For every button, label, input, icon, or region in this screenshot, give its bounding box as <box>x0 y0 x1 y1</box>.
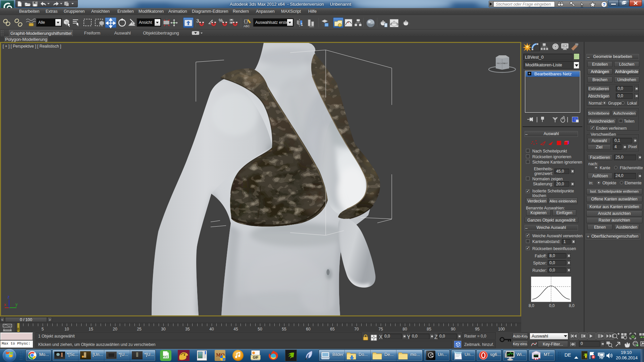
svg-text:60: 60 <box>306 327 311 331</box>
svg-text:50: 50 <box>258 327 262 331</box>
svg-text:0: 0 <box>17 327 19 331</box>
svg-text:1: 1 <box>301 22 303 27</box>
svg-text:30: 30 <box>161 327 166 331</box>
svg-text:5: 5 <box>42 327 44 331</box>
svg-text:80: 80 <box>402 327 407 331</box>
svg-text:x: x <box>4 302 6 307</box>
svg-text:20: 20 <box>113 327 117 331</box>
svg-text:70: 70 <box>354 327 359 331</box>
svg-text:ABC: ABC <box>244 24 250 28</box>
svg-text:?: ? <box>603 2 605 7</box>
svg-text:35: 35 <box>185 327 190 331</box>
svg-text:75: 75 <box>378 327 383 331</box>
svg-text:10: 10 <box>64 327 69 331</box>
svg-text:y: y <box>15 302 18 307</box>
svg-text:55: 55 <box>282 327 286 331</box>
svg-text:z: z <box>7 294 10 299</box>
svg-text:25: 25 <box>137 327 142 331</box>
svg-text:15: 15 <box>89 327 93 331</box>
svg-text:65: 65 <box>330 327 335 331</box>
svg-text:45: 45 <box>233 327 238 331</box>
svg-text:40: 40 <box>209 327 214 331</box>
svg-text:100: 100 <box>498 327 505 331</box>
svg-text:95: 95 <box>475 327 480 331</box>
svg-text:90: 90 <box>451 327 455 331</box>
svg-text:%: % <box>219 18 223 23</box>
svg-text:3: 3 <box>196 18 199 23</box>
svg-text:HINT: HINT <box>503 62 508 64</box>
svg-text:AVI: AVI <box>163 355 168 359</box>
svg-text:85: 85 <box>427 327 431 331</box>
